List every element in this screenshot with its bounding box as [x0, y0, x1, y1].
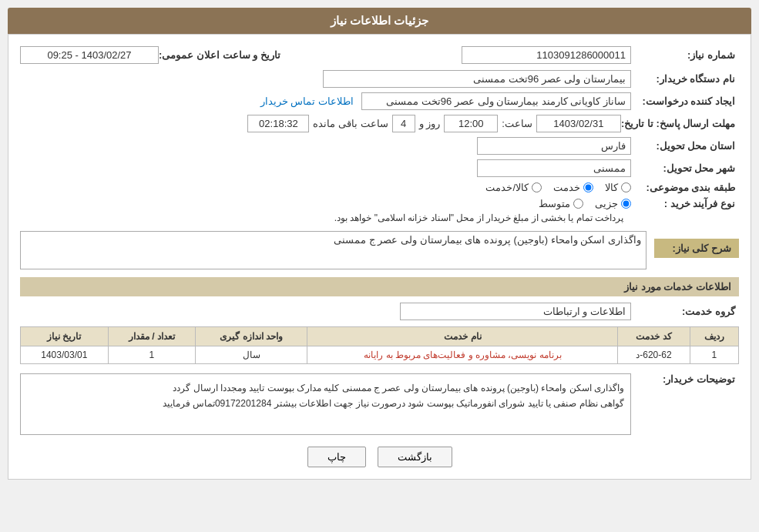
back-button[interactable]: بازگشت — [378, 447, 452, 467]
announce-label: تاریخ و ساعت اعلان عمومی: — [159, 49, 284, 61]
request-number-value: 1103091286000011 — [462, 46, 631, 64]
category-radio-kala[interactable] — [621, 182, 631, 192]
request-number-label: شماره نیاز: — [631, 49, 739, 61]
category-label: طبقه بندی موضوعی: — [631, 182, 739, 193]
category-option-kala-khedmat[interactable]: کالا/خدمت — [485, 182, 542, 193]
service-group-value: اطلاعات و ارتباطات — [400, 303, 631, 320]
deadline-time-label: ساعت: — [502, 118, 532, 129]
process-radio-motavaset[interactable] — [573, 199, 583, 209]
process-radio-jozee[interactable] — [621, 199, 631, 209]
services-table: ردیف کد خدمت نام خدمت واحد اندازه گیری ت… — [20, 326, 739, 364]
city-value: ممسنی — [477, 159, 631, 177]
category-radio-khedmat[interactable] — [583, 182, 593, 192]
creator-value: ساناز کاویانی کارمند بیمارستان ولی عصر 9… — [361, 92, 631, 110]
print-button[interactable]: چاپ — [307, 447, 366, 467]
buttons-row: چاپ بازگشت — [20, 447, 739, 467]
table-header-row-num: ردیف — [690, 327, 738, 346]
cell-row-num: 1 — [690, 346, 738, 364]
province-label: استان محل تحویل: — [631, 140, 739, 152]
buyer-notes-value: واگذاری اسکن وامحاء (باوجین) پرونده های … — [20, 373, 631, 435]
cell-service-name: برنامه نویسی، مشاوره و فعالیت‌های مربوط … — [307, 346, 618, 364]
process-option-jozee[interactable]: جزیی — [595, 198, 631, 209]
service-group-label: گروه خدمت: — [631, 306, 739, 317]
buyer-org-value: بیمارستان ولی عصر 96تخت ممسنی — [323, 70, 631, 88]
process-radio-group: جزیی متوسط — [334, 198, 631, 209]
deadline-date: 1403/02/31 — [536, 115, 621, 132]
cell-quantity: 1 — [108, 346, 195, 364]
process-label-motavaset: متوسط — [539, 198, 570, 209]
remaining-label: ساعت باقی مانده — [313, 118, 388, 129]
buyer-notes-label: توضیحات خریدار: — [631, 373, 739, 385]
category-label-kala-khedmat: کالا/خدمت — [485, 182, 529, 193]
category-radio-group: کالا خدمت کالا/خدمت — [485, 182, 631, 193]
category-option-khedmat[interactable]: خدمت — [553, 182, 593, 193]
creator-label: ایجاد کننده درخواست: — [631, 95, 739, 107]
province-value: فارس — [477, 137, 631, 155]
page-title: جزئیات اطلاعات نیاز — [8, 8, 751, 34]
buyer-org-label: نام دستگاه خریدار: — [631, 73, 739, 85]
description-value: واگذاری اسکن وامحاء (باوجین) پرونده های … — [20, 231, 646, 269]
table-header-quantity: تعداد / مقدار — [108, 327, 195, 346]
process-label-jozee: جزیی — [595, 198, 618, 209]
table-row: 1 620-62-د برنامه نویسی، مشاوره و فعالیت… — [21, 346, 739, 364]
process-note: پرداخت تمام یا بخشی از مبلغ خریدار از مح… — [334, 212, 623, 223]
creator-contact-link[interactable]: اطلاعات تماس خریدار — [260, 95, 354, 107]
cell-code: 620-62-د — [618, 346, 690, 364]
deadline-label: مهلت ارسال پاسخ: تا تاریخ: — [621, 118, 739, 129]
announce-value: 1403/02/27 - 09:25 — [20, 46, 159, 64]
category-label-kala: کالا — [605, 182, 618, 193]
deadline-days: 4 — [392, 115, 415, 132]
table-header-code: کد خدمت — [618, 327, 690, 346]
city-label: شهر محل تحویل: — [631, 162, 739, 174]
table-header-unit: واحد اندازه گیری — [196, 327, 307, 346]
remaining-time: 02:18:32 — [247, 115, 309, 132]
table-header-date: تاریخ نیاز — [21, 327, 109, 346]
cell-unit: سال — [196, 346, 307, 364]
process-option-motavaset[interactable]: متوسط — [539, 198, 583, 209]
deadline-time: 12:00 — [444, 115, 498, 132]
services-section-title: اطلاعات خدمات مورد نیاز — [20, 277, 739, 296]
process-label: نوع فرآیند خرید : — [631, 198, 739, 209]
description-section-title: شرح کلی نیاز: — [654, 239, 739, 258]
category-label-khedmat: خدمت — [553, 182, 580, 193]
deadline-days-label: روز و — [419, 118, 441, 129]
category-radio-kala-khedmat[interactable] — [532, 182, 542, 192]
category-option-kala[interactable]: کالا — [605, 182, 631, 193]
cell-date: 1403/03/01 — [21, 346, 109, 364]
table-header-service-name: نام خدمت — [307, 327, 618, 346]
